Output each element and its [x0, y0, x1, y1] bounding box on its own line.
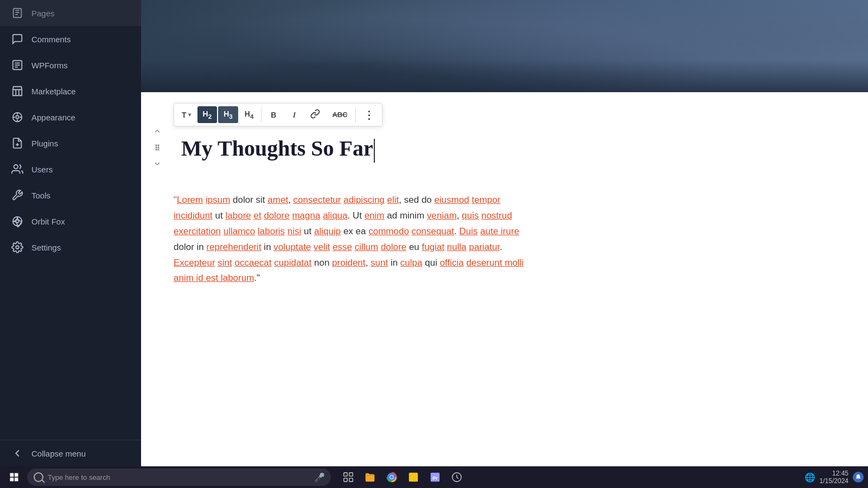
sidebar-item-appearance-label: Appearance — [31, 113, 75, 122]
svg-point-18 — [156, 147, 157, 148]
search-icon — [34, 472, 43, 482]
collapse-icon — [11, 447, 24, 460]
sidebar-item-tools[interactable]: Tools — [0, 182, 141, 208]
h2-button[interactable]: H2 — [197, 106, 218, 123]
block-down-button[interactable] — [151, 157, 164, 170]
svg-point-15 — [16, 246, 19, 249]
users-icon — [11, 163, 24, 176]
sidebar-item-pages[interactable]: Pages — [0, 0, 141, 26]
sidebar-item-comments-label: Comments — [31, 35, 71, 44]
link-icon — [310, 109, 320, 120]
svg-rect-29 — [349, 478, 353, 481]
sidebar-item-orbit-fox[interactable]: Orbit Fox — [0, 208, 141, 234]
svg-rect-23 — [15, 473, 18, 477]
sidebar-item-settings-label: Settings — [31, 243, 61, 252]
sidebar-item-marketplace-label: Marketplace — [31, 87, 76, 96]
toolbar-divider-2 — [355, 107, 356, 123]
svg-rect-33 — [409, 473, 418, 482]
comments-icon — [11, 33, 24, 46]
h2-label: H2 — [203, 110, 212, 120]
plugins-icon — [11, 137, 24, 150]
t-label: T — [182, 111, 187, 119]
sticky-notes-app[interactable] — [404, 467, 423, 487]
pages-icon — [11, 7, 24, 20]
svg-point-19 — [158, 147, 159, 148]
main-area: Start writing / type a slash to choose a… — [141, 0, 868, 466]
block-drag-handle[interactable] — [151, 141, 164, 154]
sidebar-collapse[interactable]: Collapse menu — [0, 440, 141, 466]
toolbar-divider-1 — [261, 107, 261, 123]
bold-label: B — [271, 111, 276, 119]
lorem-block[interactable]: "Lorem ipsum dolor sit amet, consectetur… — [174, 192, 846, 286]
settings-icon — [11, 241, 24, 254]
start-button[interactable] — [4, 467, 24, 487]
more-icon: ⋮ — [363, 110, 374, 120]
sidebar-item-plugins[interactable]: Plugins — [0, 130, 141, 156]
h3-button[interactable]: H3 — [218, 106, 238, 123]
taskbar: Type here to search 🎤 Pr 🌐 12:45 1/15/20… — [0, 466, 868, 488]
clock-app[interactable] — [447, 467, 467, 487]
svg-point-9 — [16, 115, 19, 119]
svg-point-21 — [158, 149, 159, 150]
h4-button[interactable]: H4 — [239, 106, 259, 123]
svg-text:Pr: Pr — [432, 476, 438, 481]
collapse-label: Collapse menu — [31, 449, 86, 458]
sidebar-item-wpforms[interactable]: WPForms — [0, 52, 141, 78]
italic-button[interactable]: I — [284, 107, 304, 123]
block-up-button[interactable] — [151, 125, 164, 138]
clock-time: 12:45 — [820, 470, 848, 477]
editor-area[interactable]: Start writing / type a slash to choose a… — [141, 92, 868, 466]
sidebar-item-orbit-fox-label: Orbit Fox — [31, 217, 65, 226]
text-format-button[interactable]: T ▾ — [176, 107, 196, 123]
sidebar-item-marketplace[interactable]: Marketplace — [0, 78, 141, 104]
premiere-app[interactable]: Pr — [425, 467, 445, 487]
taskbar-clock: 12:45 1/15/2024 — [820, 470, 848, 485]
svg-rect-25 — [15, 478, 18, 481]
h3-label: H3 — [224, 110, 233, 120]
heading-block[interactable]: My Thoughts So Far — [174, 130, 846, 168]
svg-point-16 — [156, 145, 157, 146]
file-explorer-app[interactable] — [360, 467, 380, 487]
sidebar-item-tools-label: Tools — [31, 191, 50, 200]
taskbar-search-box[interactable]: Type here to search 🎤 — [27, 468, 331, 486]
search-placeholder: Type here to search — [48, 473, 110, 481]
block-toolbar: T ▾ H2 H3 H4 B I — [174, 103, 382, 126]
hero-image — [141, 0, 868, 92]
sidebar-item-appearance[interactable]: Appearance — [0, 104, 141, 130]
svg-rect-24 — [10, 478, 14, 481]
sidebar-item-comments[interactable]: Comments — [0, 26, 141, 52]
sidebar-item-pages-label: Pages — [31, 9, 55, 18]
clock-date: 1/15/2024 — [820, 477, 848, 485]
link-button[interactable] — [305, 106, 326, 124]
svg-point-20 — [156, 149, 157, 150]
lorem-text: "Lorem ipsum dolor sit amet, consectetur… — [174, 192, 846, 286]
sidebar-item-users[interactable]: Users — [0, 156, 141, 182]
tools-icon — [11, 189, 24, 202]
sidebar-item-settings[interactable]: Settings — [0, 234, 141, 260]
notification-area[interactable] — [853, 472, 864, 483]
appearance-icon — [11, 111, 24, 124]
heading-text[interactable]: My Thoughts So Far — [181, 136, 840, 163]
more-options-button[interactable]: ⋮ — [358, 106, 380, 124]
bold-button[interactable]: B — [264, 107, 283, 123]
sidebar-item-users-label: Users — [31, 165, 53, 174]
svg-rect-27 — [349, 473, 353, 476]
svg-point-17 — [158, 145, 159, 146]
svg-point-32 — [390, 476, 393, 479]
svg-rect-22 — [10, 473, 14, 477]
svg-rect-28 — [344, 478, 347, 481]
h4-label: H4 — [245, 110, 254, 120]
svg-point-12 — [14, 165, 18, 169]
wpforms-icon — [11, 59, 24, 72]
marketplace-icon — [11, 85, 24, 98]
sidebar: Pages Comments WPForms Marketplace Appea… — [0, 0, 141, 466]
heading-content: My Thoughts So Far — [181, 136, 373, 160]
strikethrough-label: ABC — [332, 111, 347, 119]
chrome-app[interactable] — [382, 467, 401, 487]
task-view-app[interactable] — [339, 467, 358, 487]
microphone-icon[interactable]: 🎤 — [315, 472, 324, 482]
svg-rect-26 — [344, 473, 347, 476]
sidebar-item-wpforms-label: WPForms — [31, 61, 68, 70]
strikethrough-button[interactable]: ABC — [327, 107, 353, 122]
taskbar-apps: Pr — [339, 467, 467, 487]
